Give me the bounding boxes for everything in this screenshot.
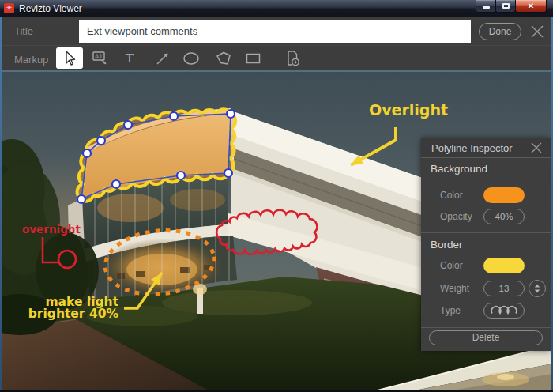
border-weight-row: Weight 13 bbox=[421, 281, 551, 296]
title-label: Title bbox=[14, 17, 33, 45]
polyline-vertex-handle[interactable] bbox=[83, 149, 91, 157]
revizto-viewer-window: ✳ Revizto Viewer ✕ Title Done Markup A1 bbox=[0, 0, 553, 392]
panel-title: Polyline Inspector bbox=[431, 138, 513, 158]
annotation-overnight-text[interactable]: overnight bbox=[22, 223, 81, 236]
maximize-button[interactable] bbox=[495, 0, 516, 13]
app-logo-icon: ✳ bbox=[4, 3, 14, 13]
close-window-icon: ✕ bbox=[528, 0, 534, 12]
annotation-overlight-text[interactable]: Overlight bbox=[369, 101, 448, 119]
panel-header: Polyline Inspector bbox=[421, 138, 551, 158]
viewpoint-title-input[interactable] bbox=[79, 20, 471, 43]
cursor-icon bbox=[61, 50, 78, 67]
background-color-row: Color bbox=[421, 187, 551, 203]
tool-callout[interactable]: A1 bbox=[87, 47, 114, 69]
border-weight-value[interactable]: 13 bbox=[483, 281, 525, 296]
polyline-vertex-handle[interactable] bbox=[77, 195, 85, 203]
border-type-label: Type bbox=[440, 303, 461, 318]
os-titlebar[interactable]: ✳ Revizto Viewer ✕ bbox=[0, 0, 553, 17]
window-controls: ✕ bbox=[476, 0, 547, 13]
background-opacity-label: Opacity bbox=[440, 209, 472, 224]
tool-ellipse[interactable] bbox=[178, 47, 205, 69]
background-section-label: Background bbox=[431, 163, 487, 175]
window-title: Revizto Viewer bbox=[19, 3, 82, 14]
background-opacity-row: Opacity 40% bbox=[421, 209, 551, 224]
polyline-vertex-handle[interactable] bbox=[97, 137, 105, 145]
done-button[interactable]: Done bbox=[479, 23, 521, 40]
border-color-swatch[interactable] bbox=[483, 258, 525, 273]
window-frame-left bbox=[0, 17, 2, 392]
tool-export[interactable] bbox=[280, 47, 307, 69]
panel-close-icon[interactable] bbox=[530, 141, 543, 154]
tool-select[interactable] bbox=[56, 47, 83, 69]
polyline-vertex-handle[interactable] bbox=[112, 180, 120, 188]
rectangle-icon bbox=[244, 50, 263, 67]
polyline-inspector-panel: Polyline Inspector Background Color Opac… bbox=[421, 138, 551, 351]
tool-arrow[interactable] bbox=[149, 47, 176, 69]
background-color-label: Color bbox=[440, 187, 463, 203]
polygon-icon bbox=[215, 50, 234, 67]
arrow-icon bbox=[154, 50, 171, 67]
background-color-swatch[interactable] bbox=[483, 187, 525, 203]
polyline-vertex-handle[interactable] bbox=[124, 121, 132, 129]
export-snapshot-icon bbox=[284, 49, 303, 68]
cloud-line-type-icon bbox=[484, 303, 524, 318]
polyline-vertex-handle[interactable] bbox=[177, 172, 185, 179]
markup-toolbar: Markup A1 T bbox=[0, 45, 553, 70]
tool-text[interactable]: T bbox=[116, 47, 143, 69]
close-markup-icon[interactable] bbox=[529, 24, 545, 39]
ellipse-icon bbox=[182, 50, 201, 67]
weight-stepper[interactable] bbox=[529, 280, 546, 297]
svg-text:A1: A1 bbox=[95, 53, 103, 60]
border-weight-label: Weight bbox=[440, 281, 469, 296]
polyline-vertex-handle[interactable] bbox=[227, 110, 235, 118]
border-color-row: Color bbox=[421, 258, 551, 273]
delete-button[interactable]: Delete bbox=[429, 330, 543, 345]
callout-icon: A1 bbox=[91, 49, 110, 68]
title-row: Title Done bbox=[0, 17, 553, 45]
annotation-make-light-text-line2[interactable]: brighter 40% bbox=[28, 307, 119, 321]
border-type-value[interactable] bbox=[483, 303, 525, 318]
border-color-label: Color bbox=[440, 258, 463, 273]
tool-polygon[interactable] bbox=[211, 47, 238, 69]
stepper-arrows-icon bbox=[529, 281, 545, 296]
border-type-row: Type bbox=[421, 303, 551, 318]
border-section-label: Border bbox=[431, 239, 463, 251]
polyline-vertex-handle[interactable] bbox=[170, 112, 178, 120]
minimize-button[interactable] bbox=[476, 0, 496, 13]
text-tool-icon: T bbox=[126, 51, 134, 65]
background-opacity-value[interactable]: 40% bbox=[483, 209, 525, 224]
polyline-vertex-handle[interactable] bbox=[224, 169, 232, 177]
panel-divider bbox=[421, 327, 551, 328]
tool-rectangle[interactable] bbox=[240, 47, 267, 69]
maximize-icon bbox=[502, 3, 510, 9]
panel-divider bbox=[421, 232, 551, 233]
close-window-button[interactable]: ✕ bbox=[515, 0, 547, 13]
minimize-icon bbox=[483, 6, 490, 9]
